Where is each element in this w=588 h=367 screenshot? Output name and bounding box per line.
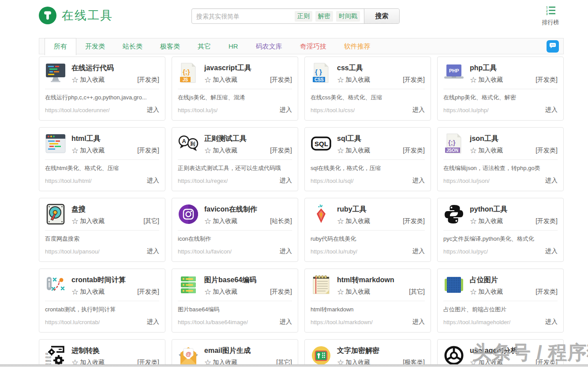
enter-link[interactable]: 进入 <box>409 177 425 185</box>
tool-title[interactable]: javascript工具 <box>204 62 292 72</box>
favorite-button[interactable]: ☆加入收藏 <box>204 147 237 155</box>
category-tab[interactable]: 所有 <box>45 38 76 55</box>
tool-title[interactable]: sql工具 <box>337 133 425 143</box>
card-divider <box>311 301 425 301</box>
tool-description: 在线运行php,c,c++,go,python,java,gro... <box>45 94 159 101</box>
category-badge[interactable]: [开发类] <box>403 217 425 225</box>
enter-link[interactable]: 进入 <box>143 177 159 185</box>
tool-title[interactable]: 正则测试工具 <box>204 133 292 143</box>
category-tab[interactable]: 码农文库 <box>247 38 291 54</box>
favorite-button[interactable]: ☆加入收藏 <box>470 147 503 155</box>
tool-title[interactable]: 图片base64编码 <box>204 274 292 284</box>
tool-description: 在线js美化、解压缩、混淆 <box>178 94 292 101</box>
category-badge[interactable]: [开发类] <box>270 288 292 296</box>
search-tag[interactable]: 正则 <box>295 11 312 22</box>
tool-title[interactable]: 盘搜 <box>71 204 159 214</box>
enter-link[interactable]: 进入 <box>409 318 425 326</box>
feedback-button[interactable] <box>547 40 559 53</box>
favorite-button[interactable]: ☆加入收藏 <box>71 76 105 84</box>
enter-link[interactable]: 进入 <box>276 106 292 114</box>
category-tab[interactable]: 站长类 <box>114 38 151 54</box>
ruby-gem-icon <box>311 204 332 225</box>
category-badge[interactable]: [开发类] <box>270 147 292 155</box>
favorite-button[interactable]: ☆加入收藏 <box>71 217 105 225</box>
favorite-button[interactable]: ☆加入收藏 <box>470 217 503 225</box>
tool-title[interactable]: html转markdown <box>337 274 425 284</box>
category-tabs: 所有开发类站长类极客类其它HR码农文库奇淫巧技软件推荐 <box>39 38 563 54</box>
enter-link[interactable]: 进入 <box>542 177 558 185</box>
enter-link[interactable]: 进入 <box>143 106 159 114</box>
tool-card: PHP php工具 ☆加入收藏 [开发类] 在线php美化、格式化、解密 htt… <box>437 57 564 121</box>
svg-text:A: A <box>182 138 187 144</box>
category-badge[interactable]: [开发类] <box>137 76 159 84</box>
favorite-button[interactable]: ☆加入收藏 <box>470 288 503 296</box>
tool-title[interactable]: email图片生成 <box>204 345 292 355</box>
category-badge[interactable]: [其它] <box>143 217 159 225</box>
category-badge[interactable]: [开发类] <box>536 147 558 155</box>
site-title[interactable]: 在线工具 <box>62 8 113 23</box>
tool-title[interactable]: favicon在线制作 <box>204 204 292 214</box>
category-tab[interactable]: 奇淫巧技 <box>291 38 335 54</box>
favorite-label: 加入收藏 <box>80 76 105 84</box>
tool-description: 正则表达式测试工具，还可以生成代码哦 <box>178 164 292 172</box>
favorite-button[interactable]: ☆加入收藏 <box>204 76 237 84</box>
site-logo[interactable]: 在线工具 <box>39 7 113 24</box>
search-button[interactable]: 搜索 <box>364 9 399 23</box>
chrome-logo-icon <box>443 345 464 366</box>
enter-link[interactable]: 进入 <box>276 318 292 326</box>
ranking-button[interactable]: 1 2 3 排行榜 <box>539 6 562 26</box>
favorite-button[interactable]: ☆加入收藏 <box>71 147 105 155</box>
search-input[interactable] <box>192 9 295 23</box>
tool-title[interactable]: crontab时间计算 <box>71 274 159 284</box>
category-tab[interactable]: 极客类 <box>151 38 189 54</box>
category-badge[interactable]: [开发类] <box>536 76 558 84</box>
enter-link[interactable]: 进入 <box>409 247 425 255</box>
favorite-label: 加入收藏 <box>80 147 105 155</box>
category-badge[interactable]: [开发类] <box>270 76 292 84</box>
tool-description: 在线php美化、格式化、解密 <box>443 94 558 101</box>
enter-link[interactable]: 进入 <box>542 106 558 114</box>
enter-link[interactable]: 进入 <box>143 247 159 255</box>
tool-title[interactable]: 进制转换 <box>71 345 159 355</box>
favorite-label: 加入收藏 <box>478 147 503 155</box>
enter-link[interactable]: 进入 <box>143 318 159 326</box>
enter-link[interactable]: 进入 <box>542 247 558 255</box>
category-tab[interactable]: 开发类 <box>76 38 114 54</box>
favorite-button[interactable]: ☆加入收藏 <box>71 288 105 296</box>
tool-title[interactable]: ruby工具 <box>337 204 425 214</box>
enter-link[interactable]: 进入 <box>409 106 425 114</box>
search-tag[interactable]: 时间戳 <box>336 11 360 22</box>
favorite-button[interactable]: ☆加入收藏 <box>204 217 237 225</box>
category-badge[interactable]: [开发类] <box>137 147 159 155</box>
category-badge[interactable]: [开发类] <box>403 76 425 84</box>
category-badge[interactable]: [站长类] <box>270 217 292 225</box>
favorite-button[interactable]: ☆加入收藏 <box>337 147 370 155</box>
svg-text:{;}: {;} <box>183 68 190 76</box>
favorite-button[interactable]: ☆加入收藏 <box>470 76 503 84</box>
enter-link[interactable]: 进入 <box>276 247 292 255</box>
tool-title[interactable]: 占位图片 <box>470 274 558 284</box>
category-tab[interactable]: HR <box>220 38 247 54</box>
search-tag[interactable]: 解密 <box>315 11 333 22</box>
tool-title[interactable]: python工具 <box>470 204 558 214</box>
tool-title[interactable]: 文字加密解密 <box>337 345 425 355</box>
enter-link[interactable]: 进入 <box>276 177 292 185</box>
category-badge[interactable]: [开发类] <box>403 147 425 155</box>
favorite-button[interactable]: ☆加入收藏 <box>337 217 370 225</box>
category-badge[interactable]: [开发类] <box>137 288 159 296</box>
category-tab[interactable]: 其它 <box>189 38 220 54</box>
tool-title[interactable]: html工具 <box>71 133 159 143</box>
tool-title[interactable]: css工具 <box>337 62 425 72</box>
favorite-button[interactable]: ☆加入收藏 <box>337 288 370 296</box>
tool-title[interactable]: 在线运行代码 <box>71 62 159 72</box>
tool-title[interactable]: php工具 <box>470 62 558 72</box>
favorite-button[interactable]: ☆加入收藏 <box>337 76 370 84</box>
category-badge[interactable]: [开发类] <box>536 288 558 296</box>
enter-link[interactable]: 进入 <box>542 318 558 326</box>
tool-title[interactable]: json工具 <box>470 133 558 143</box>
category-tab[interactable]: 软件推荐 <box>335 38 379 54</box>
category-badge[interactable]: [其它] <box>409 288 425 296</box>
favorite-button[interactable]: ☆加入收藏 <box>204 288 237 296</box>
category-badge[interactable]: [开发类] <box>536 217 558 225</box>
tool-url: https://tool.lu/crontab/ <box>45 319 100 325</box>
